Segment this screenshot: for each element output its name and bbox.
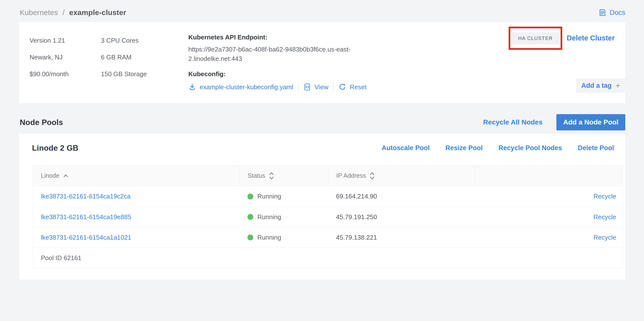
api-endpoint-label: Kubernetes API Endpoint: xyxy=(188,34,376,41)
kubeconfig-label: Kubeconfig: xyxy=(188,70,376,78)
breadcrumb: Kubernetes / example-cluster xyxy=(20,8,126,17)
nodes-table: Linode Status xyxy=(33,165,623,268)
delete-pool-button[interactable]: Delete Pool xyxy=(578,144,614,152)
view-label: View xyxy=(314,83,328,91)
status-label: Running xyxy=(257,234,281,241)
delete-cluster-button[interactable]: Delete Cluster xyxy=(567,34,615,42)
top-bar: Kubernetes / example-cluster Docs xyxy=(20,8,625,17)
status-label: Running xyxy=(257,213,281,221)
kubeconfig-filename: example-cluster-kubeconfig.yaml xyxy=(200,83,293,91)
sort-up-down-icon xyxy=(268,172,274,180)
cluster-price: $90.00/month xyxy=(30,66,69,82)
sort-ascending-icon xyxy=(63,174,69,178)
cluster-region: Newark, NJ xyxy=(30,49,69,66)
docs-label: Docs xyxy=(610,9,625,17)
kubeconfig-download-link[interactable]: example-cluster-kubeconfig.yaml xyxy=(188,83,293,91)
divider xyxy=(333,82,334,92)
cluster-specs-column-1: Version 1.21 Newark, NJ $90.00/month xyxy=(30,32,69,82)
column-header-ip-address[interactable]: IP Address xyxy=(328,166,475,186)
reset-label: Reset xyxy=(350,83,366,91)
status-dot xyxy=(248,194,253,200)
pool-card-header: Linode 2 GB Autoscale Pool Resize Pool R… xyxy=(32,143,614,152)
status-dot xyxy=(248,234,253,240)
code-file-icon xyxy=(303,83,311,91)
recycle-all-nodes-button[interactable]: Recycle All Nodes xyxy=(483,118,542,126)
column-label-status: Status xyxy=(248,172,265,179)
pool-action-links: Autoscale Pool Resize Pool Recycle Pool … xyxy=(382,144,614,152)
column-header-linode[interactable]: Linode xyxy=(33,166,240,186)
cluster-specs-column-2: 3 CPU Cores 6 GB RAM 150 GB Storage xyxy=(101,32,147,82)
status-label: Running xyxy=(257,193,281,200)
node-pools-title: Node Pools xyxy=(20,118,63,127)
kubeconfig-actions: example-cluster-kubeconfig.yaml View xyxy=(188,82,376,92)
api-endpoint-url: https://9e2a7307-b6ac-408f-ba62-9483b0b3… xyxy=(188,45,370,63)
add-node-pool-button[interactable]: Add a Node Pool xyxy=(556,114,625,130)
recycle-node-button[interactable]: Recycle xyxy=(594,234,616,241)
autoscale-pool-button[interactable]: Autoscale Pool xyxy=(382,144,430,152)
node-pools-header: Node Pools Recycle All Nodes Add a Node … xyxy=(20,114,625,131)
docs-link[interactable]: Docs xyxy=(598,8,625,17)
pool-table-footer: Pool ID 62161 xyxy=(33,248,622,268)
column-label-ip-address: IP Address xyxy=(336,172,366,179)
add-tag-button[interactable]: Add a tag + xyxy=(576,78,625,93)
table-row: lke38731-62161-6154ca19c2ca Running 69.1… xyxy=(33,186,622,207)
recycle-node-button[interactable]: Recycle xyxy=(594,193,616,200)
plus-icon: + xyxy=(616,82,620,89)
node-ip: 69.164.214.90 xyxy=(336,193,377,200)
node-pools-actions: Recycle All Nodes Add a Node Pool xyxy=(483,114,625,130)
table-row: lke38731-62161-6154ca1a1021 Running 45.7… xyxy=(33,227,622,248)
node-link[interactable]: lke38731-62161-6154ca19e885 xyxy=(41,213,131,221)
node-link[interactable]: lke38731-62161-6154ca1a1021 xyxy=(41,234,131,241)
table-row: lke38731-62161-6154ca19e885 Running 45.7… xyxy=(33,207,622,227)
cluster-storage: 150 GB Storage xyxy=(101,66,147,82)
resize-pool-button[interactable]: Resize Pool xyxy=(445,144,483,152)
kubeconfig-view-button[interactable]: View xyxy=(303,83,328,91)
ha-cluster-badge: HA CLUSTER xyxy=(512,32,559,44)
pool-name: Linode 2 GB xyxy=(32,143,78,152)
refresh-icon xyxy=(338,83,346,91)
annotation-highlight-box: HA CLUSTER xyxy=(508,27,562,50)
column-header-actions xyxy=(475,166,622,186)
cluster-ram: 6 GB RAM xyxy=(101,49,147,66)
add-tag-label: Add a tag xyxy=(581,82,612,89)
cluster-version: Version 1.21 xyxy=(30,32,69,49)
cluster-summary-card: Version 1.21 Newark, NJ $90.00/month 3 C… xyxy=(19,22,625,103)
download-icon xyxy=(188,83,196,91)
node-pool-card: Linode 2 GB Autoscale Pool Resize Pool R… xyxy=(19,134,625,280)
node-ip: 45.79.138.221 xyxy=(336,234,377,241)
docs-icon xyxy=(598,8,606,17)
kubeconfig-reset-button[interactable]: Reset xyxy=(338,83,366,91)
breadcrumb-separator: / xyxy=(62,8,65,17)
nodes-table-header: Linode Status xyxy=(33,166,622,186)
recycle-pool-nodes-button[interactable]: Recycle Pool Nodes xyxy=(498,144,562,152)
lke-cluster-detail-page: Kubernetes / example-cluster Docs Versio… xyxy=(0,0,644,321)
api-endpoint-block: Kubernetes API Endpoint: https://9e2a730… xyxy=(188,34,376,92)
status-dot xyxy=(248,214,253,220)
cluster-cpu: 3 CPU Cores xyxy=(101,32,147,49)
breadcrumb-cluster-name: example-cluster xyxy=(69,8,126,17)
pool-id: Pool ID 62161 xyxy=(41,254,82,262)
recycle-node-button[interactable]: Recycle xyxy=(594,213,616,221)
node-link[interactable]: lke38731-62161-6154ca19c2ca xyxy=(41,193,130,200)
column-header-status[interactable]: Status xyxy=(240,166,328,186)
column-label-linode: Linode xyxy=(41,172,59,179)
node-ip: 45.79.191.250 xyxy=(336,213,377,221)
divider xyxy=(298,82,298,92)
breadcrumb-kubernetes-link[interactable]: Kubernetes xyxy=(20,8,58,17)
sort-up-down-icon xyxy=(369,172,375,180)
